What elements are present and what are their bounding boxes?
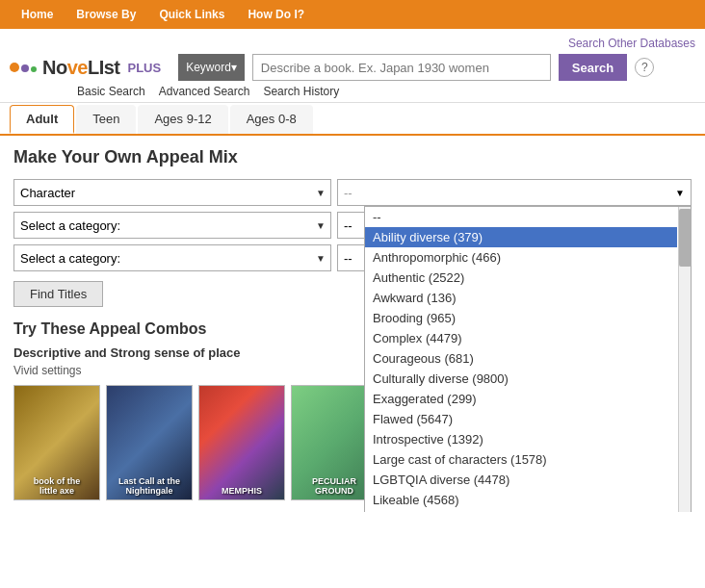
nav-browse-by[interactable]: Browse By: [65, 0, 147, 29]
book-title-2: Last Call at theNightingale: [109, 476, 190, 496]
keyword-label: Keyword▾: [186, 61, 237, 74]
dd-item-ability-diverse[interactable]: Ability diverse (379): [365, 227, 677, 247]
tab-adult[interactable]: Adult: [10, 105, 74, 134]
book-title-3: MEMPHIS: [201, 486, 282, 496]
logo-area: NoveLIst PLUS: [10, 57, 161, 79]
character-value-area: -- ▼ -- Ability diverse (379) Anthropomo…: [337, 179, 692, 206]
dot-orange: [10, 63, 19, 72]
logo-dots: [10, 63, 37, 72]
help-button[interactable]: ?: [635, 58, 654, 77]
category-select-3[interactable]: Select a category:: [13, 244, 331, 271]
dd-item-large-cast[interactable]: Large cast of characters (1578): [365, 449, 677, 470]
search-button[interactable]: Search: [559, 54, 627, 81]
dot-purple: [21, 64, 29, 72]
search-history-link[interactable]: Search History: [263, 85, 339, 98]
character-select[interactable]: Character Setting Storyline Tone/Mood Wr…: [13, 179, 331, 206]
search-other-databases-link[interactable]: Search Other Databases: [568, 37, 695, 50]
dd-item-authentic[interactable]: Authentic (2522): [365, 268, 677, 288]
tab-ages-0-8[interactable]: Ages 0-8: [230, 105, 313, 134]
tab-ages-9-12[interactable]: Ages 9-12: [138, 105, 227, 134]
advanced-search-link[interactable]: Advanced Search: [159, 85, 250, 98]
dd-item-likeable[interactable]: Likeable (4568): [365, 490, 677, 510]
book-cover-2[interactable]: Last Call at theNightingale: [106, 385, 193, 500]
dd-item-anthropomorphic[interactable]: Anthropomorphic (466): [365, 247, 677, 268]
book-title-1: book of thelittle axe: [16, 476, 97, 496]
combo-name: Descriptive and Strong sense of place: [13, 345, 241, 360]
character-dropdown: -- Ability diverse (379) Anthropomorphic…: [364, 206, 692, 512]
character-select-wrapper: Character Setting Storyline Tone/Mood Wr…: [13, 179, 331, 206]
age-tabs: Adult Teen Ages 9-12 Ages 0-8: [0, 105, 705, 136]
nav-quick-links[interactable]: Quick Links: [147, 0, 236, 29]
category-select-2[interactable]: Select a category:: [13, 212, 331, 239]
book-cover-1[interactable]: book of thelittle axe: [13, 385, 100, 500]
dd-item-blank[interactable]: --: [365, 207, 677, 227]
book-cover-3[interactable]: MEMPHIS: [198, 385, 285, 500]
appeal-row-1: Character Setting Storyline Tone/Mood Wr…: [13, 179, 692, 206]
dd-item-exaggerated[interactable]: Exaggerated (299): [365, 389, 677, 409]
tab-teen[interactable]: Teen: [76, 105, 136, 134]
dd-item-complex[interactable]: Complex (4479): [365, 328, 677, 348]
right-select-value: --: [344, 186, 352, 200]
dd-item-flawed[interactable]: Flawed (5647): [365, 409, 677, 429]
logo: NoveLIst PLUS: [10, 57, 161, 79]
appeal-mix-title: Make Your Own Appeal Mix: [13, 147, 692, 167]
basic-search-link[interactable]: Basic Search: [77, 85, 145, 98]
dot-green: [31, 66, 37, 72]
right-select-trigger[interactable]: -- ▼: [337, 179, 692, 206]
dropdown-scrollbar-track[interactable]: [678, 207, 691, 512]
dd-item-introspective[interactable]: Introspective (1392): [365, 429, 677, 449]
dd-item-brooding[interactable]: Brooding (965): [365, 308, 677, 328]
dd-item-culturally-diverse[interactable]: Culturally diverse (9800): [365, 369, 677, 389]
header-links: Basic Search Advanced Search Search Hist…: [77, 85, 695, 98]
book-title-4: PECULIARGROUND: [294, 476, 375, 496]
dd-item-courageous[interactable]: Courageous (681): [365, 348, 677, 369]
category-select-wrapper-3: Select a category:: [13, 244, 331, 271]
right-select-arrow: ▼: [675, 188, 685, 198]
category-select-wrapper-2: Select a category:: [13, 212, 331, 239]
dropdown-scrollbar-thumb: [679, 209, 692, 267]
nav-home[interactable]: Home: [10, 0, 65, 29]
nav-how-do-i[interactable]: How Do I?: [236, 0, 316, 29]
logo-text: NoveLIst: [42, 57, 119, 79]
dd-item-awkward[interactable]: Awkward (136): [365, 288, 677, 308]
logo-plus: PLUS: [127, 61, 161, 75]
dd-item-quirky[interactable]: Quirky (2376): [365, 510, 677, 512]
keyword-dropdown-button[interactable]: Keyword▾: [178, 54, 245, 81]
top-navigation: Home Browse By Quick Links How Do I?: [0, 0, 705, 29]
find-titles-button[interactable]: Find Titles: [13, 281, 103, 307]
dd-item-lgbtqia[interactable]: LGBTQIA diverse (4478): [365, 470, 677, 490]
main-content: Make Your Own Appeal Mix Character Setti…: [0, 136, 705, 512]
search-input[interactable]: [252, 54, 551, 81]
header: Search Other Databases NoveLIst PLUS Key…: [0, 29, 705, 103]
